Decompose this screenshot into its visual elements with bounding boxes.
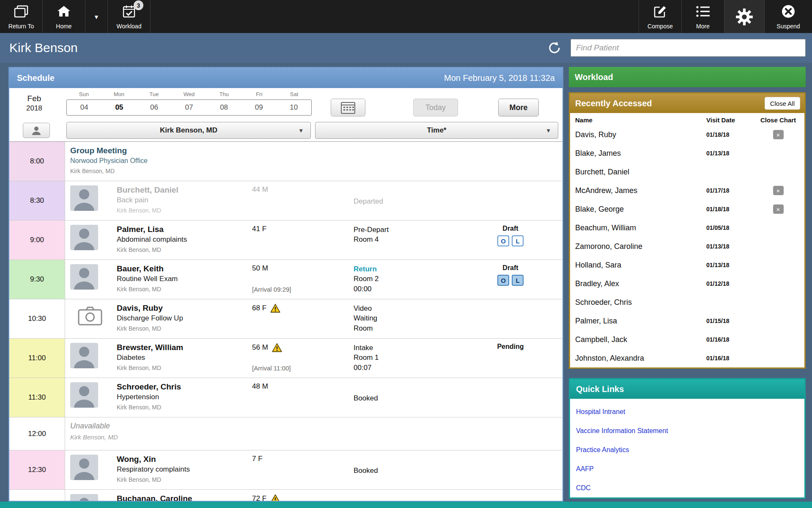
appointment-content: Group MeetingNorwood Physician OfficeKir…: [65, 142, 562, 181]
schedule-row[interactable]: Buchanan, Caroline72 F: [9, 490, 562, 501]
suspend-label: Suspend: [776, 23, 800, 30]
sort-dropdown-value: Time*: [427, 126, 447, 135]
date-option[interactable]: 08: [206, 103, 241, 112]
day-of-week-label: Sat: [277, 91, 312, 97]
quick-link[interactable]: AAFP: [576, 465, 798, 473]
workload-button[interactable]: 3 Workload: [108, 0, 150, 33]
schedule-row[interactable]: 12:00UnavailableKirk Benson, MD: [9, 417, 562, 450]
recent-patient-row[interactable]: Beachum, William01/05/18: [570, 218, 804, 237]
provider-name: Kirk Benson, MD: [117, 476, 252, 483]
event-title: Group Meeting: [70, 146, 248, 155]
order-column: [483, 185, 538, 217]
compose-button[interactable]: Compose: [639, 0, 681, 33]
order-button[interactable]: O: [497, 235, 509, 246]
provider-view-button[interactable]: [23, 123, 50, 138]
close-chart-button[interactable]: ×: [773, 204, 784, 214]
recent-patient-row[interactable]: Burchett, Daniel: [570, 163, 804, 181]
calendar-button[interactable]: [331, 99, 365, 116]
schedule-row[interactable]: 9:30Bauer, KeithRoutine Well ExamKirk Be…: [9, 260, 562, 299]
patient-photo: [70, 224, 117, 256]
status-line: 00:07: [354, 363, 455, 373]
provider-name: Kirk Benson, MD: [117, 286, 252, 293]
find-patient-input[interactable]: [571, 39, 806, 57]
quick-link[interactable]: Hospital Intranet: [576, 408, 798, 416]
recent-patient-row[interactable]: Schroeder, Chris: [570, 293, 804, 312]
recent-patient-row[interactable]: Johnston, Alexandra01/16/18: [570, 349, 804, 367]
schedule-row[interactable]: 10:30Davis, RubyDischarge Follow UpKirk …: [9, 299, 562, 339]
schedule-row[interactable]: 12:30Wong, XinRespiratory complaintsKirk…: [9, 450, 562, 490]
date-option[interactable]: 04: [67, 103, 102, 112]
settings-button[interactable]: [724, 0, 764, 33]
recent-patient-row[interactable]: Blake, James01/13/18: [570, 144, 804, 163]
recent-patient-row[interactable]: Blake, George01/18/18×: [570, 200, 804, 218]
month-year-label: Feb 2018: [26, 94, 42, 113]
day-of-week-label: Fri: [241, 91, 277, 97]
quick-link[interactable]: CDC: [576, 484, 798, 492]
age-sex-column: 72 F: [252, 493, 354, 501]
appointment-list: 8:00Group MeetingNorwood Physician Offic…: [9, 142, 562, 501]
chevron-down-icon: ▼: [546, 127, 551, 134]
date-option[interactable]: 09: [241, 103, 277, 112]
sort-dropdown[interactable]: Time* ▼: [315, 122, 558, 139]
day-of-week-label: Mon: [102, 91, 137, 97]
quick-link[interactable]: Practice Analytics: [576, 446, 798, 454]
provider-name: Kirk Benson, MD: [70, 168, 248, 174]
schedule-row[interactable]: 8:30Burchett, DanielBack painKirk Benson…: [9, 181, 562, 221]
order-column: [483, 303, 538, 335]
workload-badge: 3: [134, 0, 143, 10]
time-slot-label: 9:00: [9, 221, 65, 260]
suspend-button[interactable]: Suspend: [765, 0, 812, 33]
age-sex: 44 M: [252, 185, 268, 194]
today-button[interactable]: Today: [413, 99, 458, 116]
appointment-content: Brewster, WilliamDiabetesKirk Benson, MD…: [65, 339, 562, 378]
order-button[interactable]: O: [497, 275, 509, 286]
date-option[interactable]: 10: [276, 103, 311, 112]
recent-patient-row[interactable]: Davis, Ruby01/18/18×: [570, 125, 804, 144]
chevron-down-icon: ▼: [93, 14, 99, 20]
recent-visit-date: 01/16/18: [706, 355, 757, 362]
recent-patient-row[interactable]: Campbell, Jack01/16/18: [570, 330, 804, 349]
recent-patient-row[interactable]: Palmer, Lisa01/15/18: [570, 312, 804, 330]
schedule-row[interactable]: 11:30Schroeder, ChrisHypertensionKirk Be…: [9, 378, 562, 417]
schedule-row[interactable]: 11:00Brewster, WilliamDiabetesKirk Benso…: [9, 339, 562, 378]
quick-link[interactable]: Vaccine Information Statement: [576, 427, 798, 435]
schedule-header: Schedule Mon February 5, 2018 11:32a: [9, 68, 562, 88]
recent-patient-name: Johnston, Alexandra: [575, 354, 706, 363]
patient-name: Buchanan, Caroline: [117, 494, 252, 501]
patient-info: Wong, XinRespiratory complaintsKirk Bens…: [117, 454, 252, 486]
quick-links-panel: Quick Links Hospital IntranetVaccine Inf…: [569, 378, 806, 499]
close-all-button[interactable]: Close All: [765, 97, 800, 110]
recently-accessed-columns: Name Visit Date Close Chart: [570, 113, 804, 125]
appointment-status: Booked: [354, 381, 455, 414]
date-option[interactable]: 06: [137, 103, 172, 112]
schedule-row[interactable]: 9:00Palmer, LisaAbdominal complaintsKirk…: [9, 221, 562, 260]
age-sex: 72 F: [252, 494, 266, 501]
letter-button[interactable]: L: [512, 275, 524, 286]
date-option[interactable]: 05: [102, 103, 137, 112]
schedule-more-button[interactable]: More: [498, 99, 539, 116]
home-button[interactable]: Home: [43, 0, 85, 33]
letter-button[interactable]: L: [512, 235, 524, 246]
close-chart-button[interactable]: ×: [773, 130, 784, 139]
status-badge: Pending: [483, 343, 538, 351]
appointment-content: Bauer, KeithRoutine Well ExamKirk Benson…: [65, 260, 562, 299]
recent-patient-row[interactable]: Holland, Sara01/13/18: [570, 256, 804, 274]
close-chart-button[interactable]: ×: [773, 186, 784, 195]
recent-patient-name: Campbell, Jack: [575, 335, 706, 344]
home-dropdown-button[interactable]: ▼: [85, 0, 107, 33]
schedule-row[interactable]: 8:00Group MeetingNorwood Physician Offic…: [9, 142, 562, 181]
provider-dropdown[interactable]: Kirk Benson, MD ▼: [66, 122, 311, 139]
column-header-close-chart: Close Chart: [757, 116, 799, 124]
recent-patient-row[interactable]: McAndrew, James01/17/18×: [570, 181, 804, 200]
age-sex-column: 50 M[Arrival 09:29]: [252, 263, 354, 295]
more-menu-button[interactable]: More: [682, 0, 724, 33]
recent-visit-date: 01/13/18: [706, 262, 757, 268]
provider-dropdown-value: Kirk Benson, MD: [160, 126, 217, 135]
refresh-button[interactable]: [548, 41, 561, 55]
recent-patient-row[interactable]: Bradley, Alex01/12/18: [570, 274, 804, 293]
date-option[interactable]: 07: [172, 103, 207, 112]
recent-visit-date: 01/16/18: [706, 336, 757, 343]
recent-patient-row[interactable]: Zamorono, Caroline01/13/18: [570, 237, 804, 256]
return-to-button[interactable]: Return To: [0, 0, 42, 33]
camera-icon: [70, 303, 117, 335]
